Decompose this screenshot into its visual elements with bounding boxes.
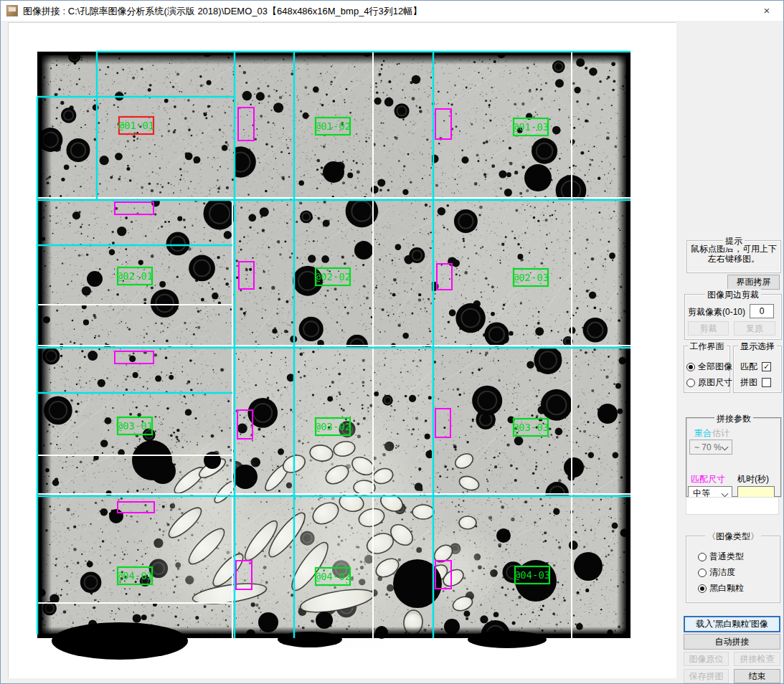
hint-title: 提示 (723, 235, 745, 247)
radio-label: 黑白颗粒 (709, 582, 744, 594)
radio-normal-type[interactable]: 普通类型 (698, 551, 744, 563)
crop-button[interactable]: 剪裁 (688, 321, 729, 336)
match-checkbox[interactable]: ✓ (762, 362, 771, 371)
radio-indicator (698, 569, 707, 577)
stitched-image-canvas[interactable] (9, 23, 676, 678)
radio-cleanliness[interactable]: 清洁度 (698, 566, 735, 579)
checkbox-label: 拼图 (740, 376, 757, 389)
params-title: 拼接参数 (714, 413, 753, 425)
app-window: 图像拼接 : C:\孔隙率图像分析系统(演示版 2018)\DEMO_03【64… (0, 0, 784, 684)
screen-copy-button[interactable]: 界面拷屏 (727, 275, 780, 290)
crop-pixel-input[interactable]: 0 (750, 304, 774, 318)
crop-pixel-label: 剪裁像素(0-10) (688, 306, 745, 318)
radio-label: 普通类型 (709, 551, 744, 563)
overlap-value: ~ 70 % (694, 442, 722, 452)
radio-label: 原图尺寸 (698, 376, 732, 389)
match-check-row[interactable]: 匹配 ✓ (740, 361, 771, 373)
radio-indicator (698, 553, 707, 561)
close-button[interactable]: × (750, 1, 783, 21)
radio-indicator (698, 584, 707, 593)
radio-label: 全部图像 (698, 361, 732, 373)
end-button[interactable]: 结束 (734, 669, 780, 683)
match-size-label: 匹配尺寸 (691, 473, 725, 485)
display-title: 显示选择 (738, 341, 777, 353)
overlap-label-colored: 重合 (694, 427, 712, 440)
stitch-check-button[interactable]: 拼接检查 (734, 652, 780, 666)
checkbox-label: 匹配 (740, 361, 757, 373)
radio-indicator (686, 379, 695, 387)
workspace-title: 工作界面 (688, 341, 727, 353)
radio-original-size[interactable]: 原图尺寸 (686, 376, 732, 389)
status-box (686, 497, 779, 515)
crop-title: 图像周边剪裁 (705, 289, 761, 301)
time-label: 机时(秒) (737, 473, 769, 485)
overlap-label-gray: 估计 (712, 427, 729, 440)
load-bw-particles-button[interactable]: 载入'黑白颗粒'图像 (684, 616, 780, 632)
control-panel: 提示 鼠标点图后，可用上下左右键移图。 界面拷屏 图像周边剪裁 剪裁像素(0-1… (679, 22, 784, 684)
app-icon (6, 5, 18, 16)
chevron-down-icon (722, 444, 729, 451)
overlap-combo[interactable]: ~ 70 % (689, 440, 732, 455)
image-type-title: 〈图像类型〉 (705, 531, 761, 543)
restore-button[interactable]: 复原 (734, 321, 775, 336)
save-stitch-button[interactable]: 保存拼图 (684, 669, 729, 683)
window-title: 图像拼接 : C:\孔隙率图像分析系统(演示版 2018)\DEMO_03【64… (23, 5, 422, 18)
radio-indicator (686, 363, 695, 371)
radio-all-images[interactable]: 全部图像 (686, 361, 732, 373)
radio-bw-particles[interactable]: 黑白颗粒 (698, 582, 744, 594)
image-origin-button[interactable]: 图像原位 (684, 652, 729, 666)
stitch-check-row[interactable]: 拼图 (740, 376, 771, 389)
hint-groupbox: 提示 鼠标点图后，可用上下左右键移图。 (686, 240, 781, 273)
chevron-down-icon (722, 490, 729, 498)
auto-stitch-button[interactable]: 自动拼接 (684, 634, 780, 650)
title-bar: 图像拼接 : C:\孔隙率图像分析系统(演示版 2018)\DEMO_03【64… (1, 1, 783, 21)
image-workspace (8, 22, 676, 678)
stitch-checkbox[interactable] (762, 378, 771, 387)
radio-label: 清洁度 (709, 566, 735, 579)
